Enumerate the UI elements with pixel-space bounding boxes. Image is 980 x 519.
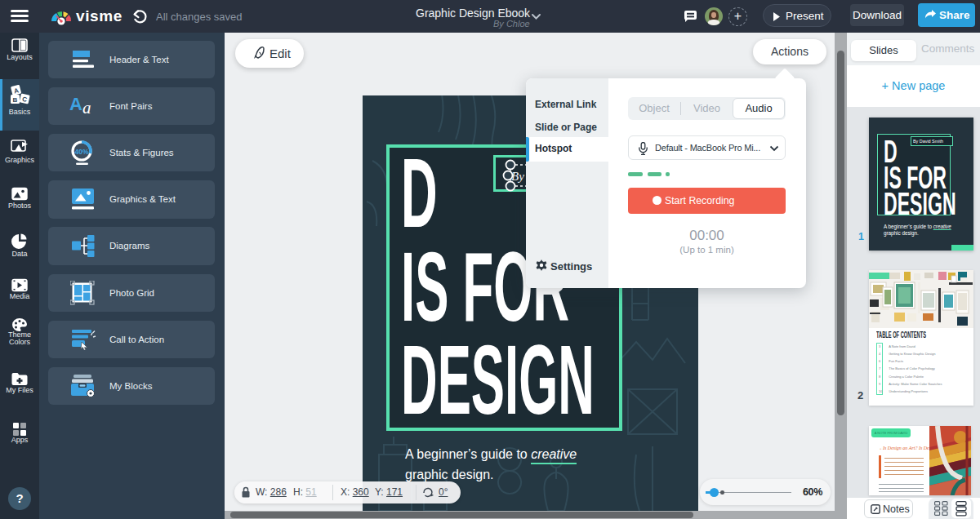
svg-text:B: B bbox=[13, 96, 18, 104]
svg-text:40%: 40% bbox=[74, 147, 88, 155]
